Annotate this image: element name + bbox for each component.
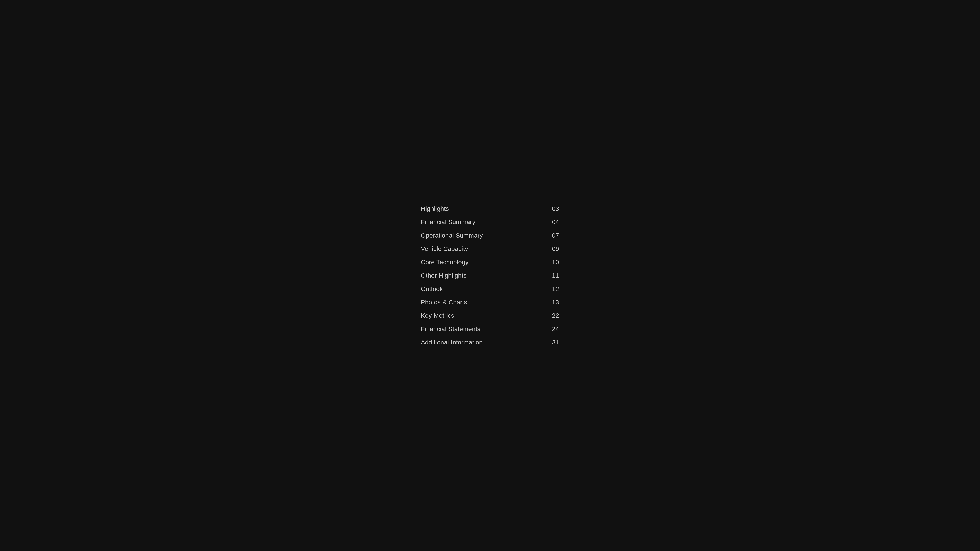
toc-page-number: 24 [550, 326, 559, 333]
toc-label: Financial Statements [421, 326, 480, 333]
toc-row: Additional Information31 [421, 336, 559, 349]
toc-row: Outlook12 [421, 282, 559, 296]
toc-page-number: 12 [550, 286, 559, 292]
toc-label: Core Technology [421, 259, 469, 266]
toc-label: Vehicle Capacity [421, 245, 468, 252]
toc-row: Core Technology10 [421, 256, 559, 269]
toc-row: Photos & Charts13 [421, 296, 559, 309]
toc-row: Key Metrics22 [421, 309, 559, 322]
toc-page-number: 31 [550, 339, 559, 346]
toc-label: Additional Information [421, 339, 483, 346]
toc-label: Operational Summary [421, 232, 483, 239]
toc-label: Photos & Charts [421, 299, 468, 306]
toc-label: Highlights [421, 205, 449, 212]
toc-page-number: 04 [550, 219, 559, 226]
toc-page-number: 03 [550, 205, 559, 212]
toc-row: Other Highlights11 [421, 269, 559, 282]
toc-page-number: 22 [550, 312, 559, 319]
toc-row: Highlights03 [421, 202, 559, 216]
toc-page-number: 09 [550, 245, 559, 252]
toc-page-number: 07 [550, 232, 559, 239]
toc-page-number: 13 [550, 299, 559, 306]
table-of-contents: Highlights03Financial Summary04Operation… [412, 184, 568, 367]
toc-row: Financial Summary04 [421, 216, 559, 229]
toc-page-number: 11 [550, 272, 559, 279]
toc-label: Outlook [421, 286, 443, 292]
toc-row: Operational Summary07 [421, 229, 559, 242]
toc-row: Financial Statements24 [421, 322, 559, 336]
toc-label: Key Metrics [421, 312, 454, 319]
toc-label: Other Highlights [421, 272, 467, 279]
toc-label: Financial Summary [421, 219, 476, 226]
toc-row: Vehicle Capacity09 [421, 242, 559, 256]
toc-page-number: 10 [550, 259, 559, 266]
